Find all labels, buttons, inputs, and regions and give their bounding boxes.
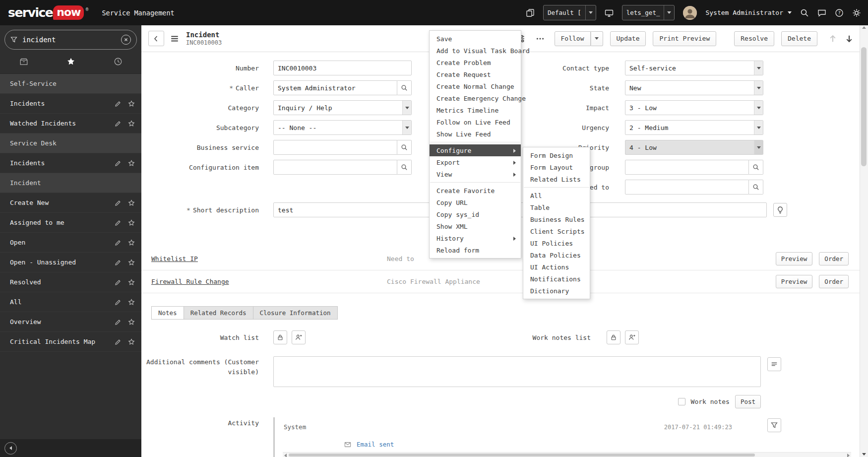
- split-layout-icon[interactable]: [526, 8, 535, 17]
- update-button[interactable]: Update: [610, 31, 646, 46]
- subcategory-select[interactable]: -- None --: [273, 120, 412, 135]
- tab-related-records[interactable]: Related Records: [184, 306, 253, 320]
- user-avatar[interactable]: [683, 6, 697, 20]
- sidebar-item-open-unassigned[interactable]: Open - Unassigned: [0, 253, 141, 272]
- sidebar-item-all[interactable]: All: [0, 292, 141, 312]
- work-notes-checkbox[interactable]: [678, 398, 685, 405]
- context-menu-item-show-xml[interactable]: Show XML: [430, 220, 521, 232]
- edit-module-icon[interactable]: [115, 120, 122, 127]
- assignment-group-input[interactable]: [625, 160, 749, 175]
- navigator-search-input[interactable]: incident: [22, 36, 116, 44]
- next-record-icon[interactable]: [845, 34, 854, 43]
- caller-lookup-icon[interactable]: [397, 80, 412, 95]
- catalog-item-link[interactable]: Whitelist IP: [151, 255, 268, 262]
- assignment-group-lookup-icon[interactable]: [749, 160, 763, 175]
- context-menu-item-create-problem[interactable]: Create Problem: [430, 57, 521, 68]
- print-preview-button[interactable]: Print Preview: [653, 31, 716, 46]
- context-menu-item-view[interactable]: View: [430, 168, 521, 180]
- preview-button[interactable]: Preview: [776, 275, 813, 288]
- submenu-item-ui-policies[interactable]: UI Policies: [523, 237, 590, 249]
- context-menu-item-create-normal-change[interactable]: Create Normal Change: [430, 80, 521, 92]
- favorite-star-icon[interactable]: [128, 239, 135, 246]
- context-menu-item-add-to-visual-task-board[interactable]: Add to Visual Task Board: [430, 45, 521, 57]
- favorite-star-icon[interactable]: [128, 219, 135, 226]
- business-service-lookup-icon[interactable]: [397, 140, 412, 155]
- edit-module-icon[interactable]: [115, 299, 122, 306]
- assigned-to-input[interactable]: [625, 180, 749, 195]
- submenu-item-related-lists[interactable]: Related Lists: [523, 173, 590, 185]
- help-icon[interactable]: ?: [835, 8, 844, 17]
- impact-select[interactable]: 3 - Low: [625, 100, 763, 115]
- favorite-star-icon[interactable]: [128, 299, 135, 306]
- favorite-star-icon[interactable]: [128, 160, 135, 167]
- edit-module-icon[interactable]: [115, 219, 122, 226]
- favorite-star-icon[interactable]: [128, 259, 135, 266]
- edit-module-icon[interactable]: [115, 160, 122, 167]
- delete-button[interactable]: Delete: [781, 31, 817, 46]
- submenu-item-table[interactable]: Table: [523, 201, 590, 213]
- sidebar-item-overview[interactable]: Overview: [0, 312, 141, 332]
- edit-module-icon[interactable]: [115, 279, 122, 286]
- sidebar-item-open[interactable]: Open: [0, 233, 141, 253]
- state-select[interactable]: New: [625, 80, 763, 95]
- context-menu-item-follow-on-live-feed[interactable]: Follow on Live Feed: [430, 116, 521, 128]
- order-button[interactable]: Order: [819, 275, 849, 288]
- clear-search-icon[interactable]: [121, 35, 131, 45]
- favorite-star-icon[interactable]: [128, 319, 135, 326]
- work-notes-list-lock-icon[interactable]: [607, 330, 620, 344]
- context-menu-item-copy-sys-id[interactable]: Copy sys_id: [430, 208, 521, 220]
- favorites-tab[interactable]: [47, 57, 94, 66]
- favorite-star-icon[interactable]: [128, 199, 135, 206]
- context-menu-item-export[interactable]: Export: [430, 156, 521, 168]
- preview-button[interactable]: Preview: [776, 252, 813, 265]
- assigned-to-lookup-icon[interactable]: [749, 180, 763, 195]
- number-input[interactable]: INC0010003: [273, 61, 412, 75]
- horizontal-scrollbar[interactable]: [283, 452, 851, 457]
- context-menu-item-save[interactable]: Save: [430, 33, 521, 45]
- edit-module-icon[interactable]: [115, 199, 122, 206]
- edit-module-icon[interactable]: [115, 239, 122, 246]
- context-menu-item-metrics-timeline[interactable]: Metrics Timeline: [430, 104, 521, 116]
- knowledge-search-icon[interactable]: [773, 203, 787, 217]
- submenu-item-form-layout[interactable]: Form Layout: [523, 161, 590, 173]
- tab-notes[interactable]: Notes: [151, 306, 184, 320]
- submenu-item-notifications[interactable]: Notifications: [523, 273, 590, 285]
- submenu-item-ui-actions[interactable]: UI Actions: [523, 261, 590, 273]
- favorite-star-icon[interactable]: [128, 120, 135, 127]
- context-menu-item-history[interactable]: History: [430, 232, 521, 244]
- configuration-item-input[interactable]: [273, 160, 397, 175]
- user-menu[interactable]: System Administrator: [705, 9, 792, 16]
- watch-list-add-person-icon[interactable]: [292, 330, 306, 344]
- configuration-item-lookup-icon[interactable]: [397, 160, 412, 175]
- submenu-item-client-scripts[interactable]: Client Scripts: [523, 225, 590, 237]
- edit-module-icon[interactable]: [115, 338, 122, 345]
- follow-button[interactable]: Follow: [555, 31, 591, 46]
- context-menu-item-create-emergency-change[interactable]: Create Emergency Change: [430, 92, 521, 104]
- previous-record-icon[interactable]: [828, 34, 837, 43]
- favorite-star-icon[interactable]: [128, 100, 135, 107]
- activity-entry-link[interactable]: Email sent: [357, 441, 394, 448]
- edit-module-icon[interactable]: [115, 100, 122, 107]
- back-button[interactable]: [148, 31, 164, 46]
- submenu-item-all[interactable]: All: [523, 190, 590, 201]
- order-button[interactable]: Order: [819, 252, 849, 265]
- all-applications-tab[interactable]: [0, 57, 47, 66]
- context-menu-item-copy-url[interactable]: Copy URL: [430, 196, 521, 208]
- connect-chat-icon[interactable]: [605, 8, 614, 17]
- context-menu-item-create-request[interactable]: Create Request: [430, 68, 521, 80]
- history-tab[interactable]: [94, 57, 141, 66]
- edit-module-icon[interactable]: [115, 319, 122, 326]
- urgency-select[interactable]: 2 - Medium: [625, 120, 763, 135]
- global-search-icon[interactable]: [800, 8, 809, 17]
- watch-list-lock-icon[interactable]: [273, 330, 287, 344]
- submenu-item-business-rules[interactable]: Business Rules: [523, 213, 590, 225]
- sidebar-item-incidents-service-desk[interactable]: Incidents: [0, 153, 141, 173]
- business-service-input[interactable]: [273, 140, 397, 155]
- update-set-picker[interactable]: Default [: [543, 5, 596, 20]
- vertical-scrollbar-thumb[interactable]: [861, 47, 867, 166]
- sidebar-item-create-new[interactable]: Create New: [0, 193, 141, 213]
- gear-icon[interactable]: [852, 8, 861, 17]
- activity-filter-icon[interactable]: [767, 418, 781, 432]
- caller-input[interactable]: System Administrator: [273, 80, 397, 95]
- context-menu-item-show-live-feed[interactable]: Show Live Feed: [430, 128, 521, 140]
